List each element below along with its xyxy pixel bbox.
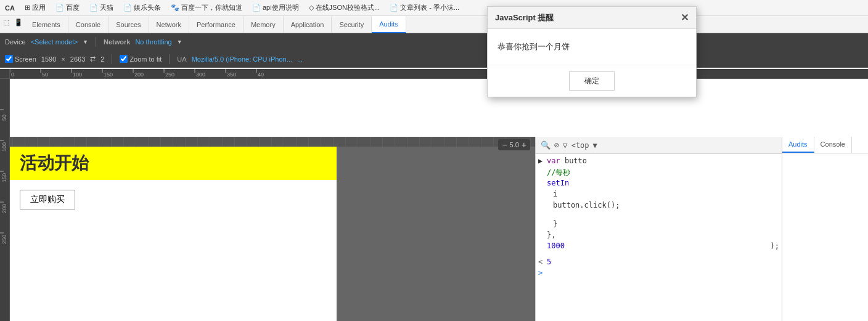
network-label: Network — [104, 38, 130, 46]
json-icon: ◇ — [309, 4, 314, 12]
bookmark-wenzhang[interactable]: 📄 文章列表 - 季小沫... — [387, 2, 462, 14]
svg-text:0: 0 — [11, 71, 14, 78]
toolbar-separator-1 — [96, 37, 96, 47]
right-panel: Audits Console — [782, 137, 868, 321]
device-label: Device — [5, 38, 26, 46]
bookmark-yule[interactable]: 📄 娱乐头条 — [121, 2, 163, 14]
svg-text:250: 250 — [1, 235, 7, 244]
viewport-right-bg — [337, 147, 535, 321]
svg-text:150: 150 — [104, 71, 113, 78]
devtools-panel: ⬚ 📱 Elements Console Sources Network Per… — [0, 16, 868, 321]
svg-text:40: 40 — [258, 71, 264, 78]
code-block-icon[interactable]: ⊘ — [554, 140, 559, 150]
svg-text:300: 300 — [196, 71, 205, 78]
svg-text:50: 50 — [1, 115, 7, 121]
toolbar-separator-3 — [169, 54, 170, 64]
code-filter-icon[interactable]: ▽ — [563, 140, 568, 150]
svg-text:200: 200 — [1, 204, 7, 213]
banner-text: 活动开始 — [20, 153, 89, 173]
prompt-symbol: > — [538, 269, 547, 277]
h-ruler: 0 50 100 150 200 250 300 — [0, 69, 868, 79]
tab-console-right[interactable]: Console — [814, 137, 852, 153]
screen-number: 2 — [100, 55, 104, 63]
code-line-5: button.click(); — [536, 201, 782, 212]
ua-more: ... — [297, 55, 303, 63]
code-toolbar: 🔍 ⊘ ▽ <top ▼ — [536, 137, 782, 154]
main-area: 0 50 100 150 200 250 300 — [0, 68, 868, 321]
line-expand-1[interactable]: ▶ — [538, 156, 547, 165]
js-dialog-message: 恭喜你抢到一个月饼 — [497, 42, 570, 51]
throttle-value[interactable]: No throttling — [135, 38, 171, 46]
viewport-container: 活动开始 立即购买 − 5.0 + — [0, 137, 535, 321]
bookmark-tianmao[interactable]: 📄 天猫 — [87, 2, 116, 14]
bookmark-api-label: api使用说明 — [263, 3, 299, 12]
tab-audits[interactable]: Audits — [372, 16, 406, 33]
yule-icon: 📄 — [123, 4, 132, 12]
screen-label: Screen — [15, 55, 36, 63]
tab-memory[interactable]: Memory — [244, 16, 284, 33]
right-tabs: Audits Console — [782, 137, 868, 153]
bookmark-api[interactable]: 📄 api使用说明 — [250, 2, 301, 14]
zoom-checkbox-label[interactable]: Zoom to fit — [120, 55, 162, 63]
code-line-6: } — [536, 219, 782, 230]
screen-checkbox-label[interactable]: Screen — [5, 55, 36, 63]
zoom-value: 5.0 — [510, 141, 519, 148]
svg-text:200: 200 — [134, 71, 144, 78]
code-panel: 🔍 ⊘ ▽ <top ▼ ▶ var butto //每秒 setIn — [535, 137, 782, 321]
tab-application[interactable]: Application — [284, 16, 332, 33]
ua-label: UA — [177, 55, 186, 63]
buy-button[interactable]: 立即购买 — [20, 190, 75, 209]
prompt-line: > — [536, 269, 782, 280]
svg-text:100: 100 — [73, 71, 82, 78]
zoom-checkbox[interactable] — [120, 55, 128, 63]
code-text-5: button.click(); — [553, 201, 779, 209]
code-search-icon[interactable]: 🔍 — [541, 140, 551, 150]
code-text-4: i — [553, 190, 779, 198]
bookmark-wenzhang-label: 文章列表 - 季小沫... — [400, 3, 459, 12]
page-banner: 活动开始 — [10, 147, 337, 180]
svg-text:250: 250 — [165, 71, 174, 78]
zoom-plus-button[interactable]: + — [522, 140, 526, 149]
svg-text:50: 50 — [42, 71, 48, 78]
ruler-marks: 0 50 100 150 200 250 300 — [10, 69, 868, 78]
js-dialog-close-button[interactable]: ✕ — [681, 12, 689, 23]
code-text-8: 1000 — [547, 242, 771, 250]
zoom-minus-button[interactable]: − — [502, 140, 507, 149]
svg-text:100: 100 — [1, 142, 7, 152]
screen-width: 1590 — [41, 55, 56, 63]
device-toolbar-row2: Screen 1590 × 2663 ⇄ 2 Zoom to fit UA Mo… — [0, 51, 868, 68]
tab-network[interactable]: Network — [149, 16, 189, 33]
js-dialog-title-text: JavaScript 提醒 — [495, 12, 554, 23]
device-model-select[interactable]: <Select model> — [31, 38, 78, 46]
bookmark-baidusearch-label: 百度一下，你就知道 — [181, 3, 242, 12]
result-arrow: < — [538, 258, 547, 266]
zoom-to-fit-label: Zoom to fit — [129, 55, 162, 63]
bookmark-yule-label: 娱乐头条 — [134, 3, 161, 12]
tab-audits-right[interactable]: Audits — [782, 137, 814, 153]
console-input[interactable] — [547, 269, 779, 277]
bookmark-json[interactable]: ◇ 在线JSON校验格式... — [306, 2, 383, 14]
devtools-cursor-icon[interactable]: ⬚ — [0, 16, 12, 28]
tab-performance[interactable]: Performance — [189, 16, 244, 33]
throttle-arrow: ▼ — [177, 39, 182, 45]
js-dialog-footer: 确定 — [488, 65, 696, 97]
result-value: 5 — [547, 258, 779, 266]
tab-sources[interactable]: Sources — [108, 16, 149, 33]
tab-console[interactable]: Console — [68, 16, 108, 33]
devtools-tab-bar: ⬚ 📱 Elements Console Sources Network Per… — [0, 16, 868, 33]
svg-text:350: 350 — [227, 71, 236, 78]
v-ruler: 50 100 150 200 250 — [0, 79, 10, 321]
screen-checkbox[interactable] — [5, 55, 13, 63]
code-text-6: } — [553, 219, 779, 228]
bookmark-apps[interactable]: ⊞ 应用 — [22, 2, 48, 14]
tab-security[interactable]: Security — [332, 16, 372, 33]
code-text-2: //每秒 — [547, 168, 779, 178]
js-confirm-button[interactable]: 确定 — [569, 71, 615, 91]
js-alert-dialog: JavaScript 提醒 ✕ 恭喜你抢到一个月饼 确定 — [487, 6, 697, 97]
bookmark-json-label: 在线JSON校验格式... — [316, 3, 380, 12]
code-line-7: }, — [536, 230, 782, 242]
tab-elements[interactable]: Elements — [25, 16, 68, 33]
bookmark-baidu[interactable]: 📄 百度 — [53, 2, 82, 14]
devtools-mobile-icon[interactable]: 📱 — [12, 16, 25, 28]
bookmark-baidusearch[interactable]: 🐾 百度一下，你就知道 — [168, 2, 245, 14]
